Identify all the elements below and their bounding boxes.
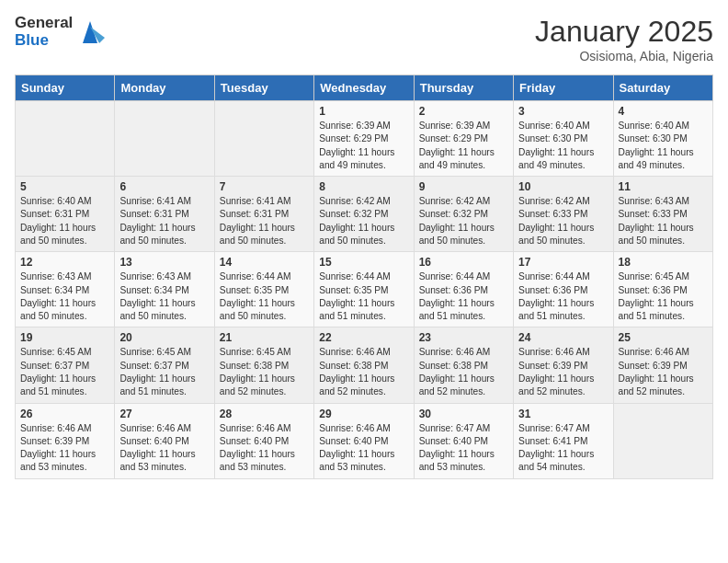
calendar-table: SundayMondayTuesdayWednesdayThursdayFrid… — [15, 75, 713, 479]
day-number: 22 — [319, 331, 408, 344]
day-info: Sunrise: 6:46 AMSunset: 6:40 PMDaylight:… — [319, 422, 408, 475]
calendar-cell: 29Sunrise: 6:46 AMSunset: 6:40 PMDayligh… — [314, 403, 414, 478]
day-number: 24 — [518, 331, 608, 344]
day-info: Sunrise: 6:44 AMSunset: 6:36 PMDaylight:… — [518, 270, 608, 323]
day-number: 23 — [419, 331, 508, 344]
calendar-cell: 7Sunrise: 6:41 AMSunset: 6:31 PMDaylight… — [214, 177, 313, 252]
page-header: General Blue January 2025 Osisioma, Abia… — [15, 15, 713, 63]
day-info: Sunrise: 6:39 AMSunset: 6:29 PMDaylight:… — [319, 120, 408, 172]
calendar-cell — [214, 101, 313, 177]
day-number: 9 — [419, 180, 508, 193]
calendar-cell: 2Sunrise: 6:39 AMSunset: 6:29 PMDaylight… — [414, 101, 513, 177]
header-row: SundayMondayTuesdayWednesdayThursdayFrid… — [16, 75, 713, 101]
header-day-wednesday: Wednesday — [314, 75, 414, 101]
calendar-cell: 21Sunrise: 6:45 AMSunset: 6:38 PMDayligh… — [214, 327, 313, 403]
calendar-cell — [115, 101, 214, 177]
calendar-cell: 19Sunrise: 6:45 AMSunset: 6:37 PMDayligh… — [16, 327, 115, 403]
header-day-monday: Monday — [115, 75, 214, 101]
month-title: January 2025 — [535, 15, 713, 49]
day-info: Sunrise: 6:45 AMSunset: 6:38 PMDaylight:… — [220, 346, 309, 398]
week-row-1: 1Sunrise: 6:39 AMSunset: 6:29 PMDaylight… — [16, 101, 713, 177]
logo-icon — [75, 17, 105, 47]
day-info: Sunrise: 6:43 AMSunset: 6:33 PMDaylight:… — [619, 195, 708, 247]
day-number: 6 — [119, 180, 209, 193]
calendar-cell: 5Sunrise: 6:40 AMSunset: 6:31 PMDaylight… — [16, 177, 115, 252]
calendar-cell: 14Sunrise: 6:44 AMSunset: 6:35 PMDayligh… — [214, 252, 313, 327]
day-info: Sunrise: 6:44 AMSunset: 6:36 PMDaylight:… — [419, 270, 508, 323]
header-day-saturday: Saturday — [613, 75, 712, 101]
calendar-cell: 30Sunrise: 6:47 AMSunset: 6:40 PMDayligh… — [414, 403, 513, 478]
day-info: Sunrise: 6:41 AMSunset: 6:31 PMDaylight:… — [220, 195, 309, 247]
day-info: Sunrise: 6:45 AMSunset: 6:36 PMDaylight:… — [619, 270, 708, 323]
day-number: 15 — [319, 256, 408, 269]
calendar-cell: 24Sunrise: 6:46 AMSunset: 6:39 PMDayligh… — [514, 327, 613, 403]
day-info: Sunrise: 6:46 AMSunset: 6:38 PMDaylight:… — [419, 346, 508, 398]
day-number: 7 — [220, 180, 309, 193]
day-number: 26 — [20, 408, 109, 420]
day-number: 21 — [220, 331, 309, 344]
header-day-sunday: Sunday — [16, 75, 115, 101]
calendar-cell: 28Sunrise: 6:46 AMSunset: 6:40 PMDayligh… — [214, 403, 313, 478]
calendar-cell: 18Sunrise: 6:45 AMSunset: 6:36 PMDayligh… — [613, 252, 712, 327]
day-info: Sunrise: 6:42 AMSunset: 6:33 PMDaylight:… — [518, 195, 608, 247]
calendar-header: SundayMondayTuesdayWednesdayThursdayFrid… — [16, 75, 713, 101]
day-info: Sunrise: 6:46 AMSunset: 6:39 PMDaylight:… — [518, 346, 608, 398]
day-number: 20 — [119, 331, 209, 344]
day-number: 30 — [419, 408, 508, 420]
calendar-cell: 12Sunrise: 6:43 AMSunset: 6:34 PMDayligh… — [16, 252, 115, 327]
day-info: Sunrise: 6:44 AMSunset: 6:35 PMDaylight:… — [319, 270, 408, 323]
calendar-cell: 23Sunrise: 6:46 AMSunset: 6:38 PMDayligh… — [414, 327, 513, 403]
day-number: 14 — [220, 256, 309, 269]
day-number: 13 — [119, 256, 209, 269]
day-number: 5 — [20, 180, 109, 193]
calendar-body: 1Sunrise: 6:39 AMSunset: 6:29 PMDaylight… — [16, 101, 713, 479]
calendar-cell: 17Sunrise: 6:44 AMSunset: 6:36 PMDayligh… — [514, 252, 613, 327]
week-row-3: 12Sunrise: 6:43 AMSunset: 6:34 PMDayligh… — [16, 252, 713, 327]
day-info: Sunrise: 6:46 AMSunset: 6:39 PMDaylight:… — [20, 422, 109, 475]
day-number: 16 — [419, 256, 508, 269]
logo-blue: Blue — [15, 32, 73, 50]
calendar-cell: 25Sunrise: 6:46 AMSunset: 6:39 PMDayligh… — [613, 327, 712, 403]
calendar-cell: 16Sunrise: 6:44 AMSunset: 6:36 PMDayligh… — [414, 252, 513, 327]
day-info: Sunrise: 6:47 AMSunset: 6:41 PMDaylight:… — [518, 422, 608, 475]
week-row-4: 19Sunrise: 6:45 AMSunset: 6:37 PMDayligh… — [16, 327, 713, 403]
day-number: 17 — [518, 256, 608, 269]
day-number: 18 — [619, 256, 708, 269]
day-info: Sunrise: 6:42 AMSunset: 6:32 PMDaylight:… — [419, 195, 508, 247]
day-info: Sunrise: 6:40 AMSunset: 6:31 PMDaylight:… — [20, 195, 109, 247]
calendar-cell: 27Sunrise: 6:46 AMSunset: 6:40 PMDayligh… — [115, 403, 214, 478]
calendar-cell: 8Sunrise: 6:42 AMSunset: 6:32 PMDaylight… — [314, 177, 414, 252]
day-info: Sunrise: 6:43 AMSunset: 6:34 PMDaylight:… — [119, 270, 209, 323]
day-info: Sunrise: 6:47 AMSunset: 6:40 PMDaylight:… — [419, 422, 508, 475]
day-number: 19 — [20, 331, 109, 344]
calendar-cell: 3Sunrise: 6:40 AMSunset: 6:30 PMDaylight… — [514, 101, 613, 177]
calendar-cell: 11Sunrise: 6:43 AMSunset: 6:33 PMDayligh… — [613, 177, 712, 252]
title-block: January 2025 Osisioma, Abia, Nigeria — [535, 15, 713, 63]
calendar-cell: 1Sunrise: 6:39 AMSunset: 6:29 PMDaylight… — [314, 101, 414, 177]
calendar-cell: 26Sunrise: 6:46 AMSunset: 6:39 PMDayligh… — [16, 403, 115, 478]
day-number: 25 — [619, 331, 708, 344]
day-info: Sunrise: 6:44 AMSunset: 6:35 PMDaylight:… — [220, 270, 309, 323]
day-number: 28 — [220, 408, 309, 420]
logo: General Blue — [15, 15, 105, 49]
day-number: 3 — [518, 105, 608, 118]
day-info: Sunrise: 6:46 AMSunset: 6:38 PMDaylight:… — [319, 346, 408, 398]
calendar-cell: 4Sunrise: 6:40 AMSunset: 6:30 PMDaylight… — [613, 101, 712, 177]
header-day-tuesday: Tuesday — [214, 75, 313, 101]
location: Osisioma, Abia, Nigeria — [535, 49, 713, 63]
calendar-cell: 10Sunrise: 6:42 AMSunset: 6:33 PMDayligh… — [514, 177, 613, 252]
calendar-cell: 13Sunrise: 6:43 AMSunset: 6:34 PMDayligh… — [115, 252, 214, 327]
day-info: Sunrise: 6:45 AMSunset: 6:37 PMDaylight:… — [20, 346, 109, 398]
calendar-cell: 15Sunrise: 6:44 AMSunset: 6:35 PMDayligh… — [314, 252, 414, 327]
calendar-cell: 22Sunrise: 6:46 AMSunset: 6:38 PMDayligh… — [314, 327, 414, 403]
day-info: Sunrise: 6:40 AMSunset: 6:30 PMDaylight:… — [518, 120, 608, 172]
day-info: Sunrise: 6:39 AMSunset: 6:29 PMDaylight:… — [419, 120, 508, 172]
logo-general: General — [15, 15, 73, 32]
day-number: 29 — [319, 408, 408, 420]
calendar-cell — [613, 403, 712, 478]
day-info: Sunrise: 6:46 AMSunset: 6:40 PMDaylight:… — [220, 422, 309, 475]
day-info: Sunrise: 6:45 AMSunset: 6:37 PMDaylight:… — [119, 346, 209, 398]
day-number: 8 — [319, 180, 408, 193]
day-info: Sunrise: 6:40 AMSunset: 6:30 PMDaylight:… — [619, 120, 708, 172]
calendar-cell: 20Sunrise: 6:45 AMSunset: 6:37 PMDayligh… — [115, 327, 214, 403]
